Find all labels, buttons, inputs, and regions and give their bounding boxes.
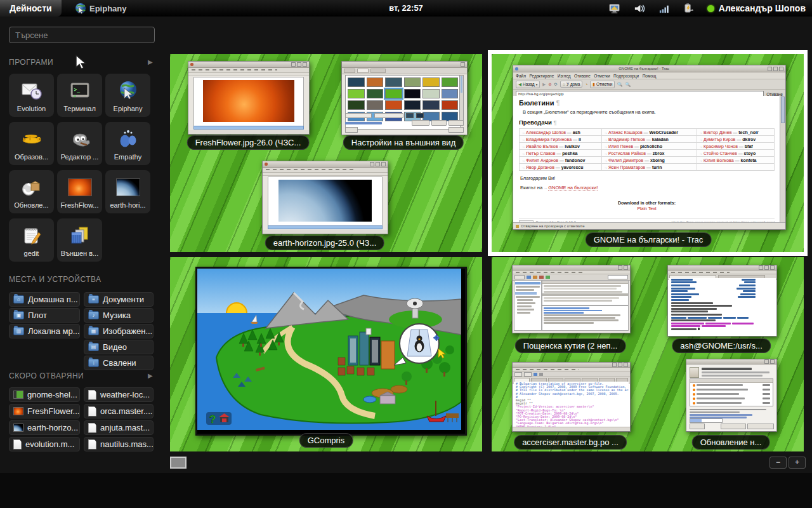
bookmarks-button[interactable]: ▮Отметки [590, 81, 615, 88]
app-tile-appearance[interactable]: Външен в... [57, 218, 102, 262]
scrollbar[interactable] [780, 96, 785, 223]
app-tile-empathy[interactable]: Empathy [105, 122, 150, 165]
translator-cell: →Филип Димитров — xboing [601, 157, 697, 164]
place-videos[interactable]: Видео [84, 340, 154, 354]
browser-menubar[interactable]: Файл Редактиране Изглед Отиване Отметки … [513, 72, 785, 79]
app-tile-freshflower[interactable]: FreshFlow... [57, 170, 102, 213]
remove-workspace-button[interactable]: − [769, 457, 787, 469]
translator-cell: →Владимир Петков — kaladan [601, 136, 697, 143]
app-label: Обновле... [9, 201, 54, 209]
translator-cell: →Виктор Дачев — tech_noir [697, 129, 775, 136]
trac-page-content: Бюлетини ¶ В секция „Бюлетини“ са период… [513, 96, 780, 223]
window-evolution[interactable] [512, 265, 631, 333]
app-label: Външен в... [57, 250, 102, 257]
gcompris-scene: ? [197, 269, 461, 430]
po-line: # Alexander Shopov <ash@contact.bg>, 200… [516, 392, 627, 396]
recent-item[interactable]: anjuta.mast... [84, 420, 154, 435]
workspace-2-active-frame: GNOME на български! - Trac Файл Редактир… [488, 50, 808, 256]
wallpaper-thumbnail [404, 100, 421, 110]
workspace-indicator[interactable] [170, 457, 187, 469]
programs-expand-icon[interactable]: ▶ [148, 58, 153, 65]
programs-section-title: ПРОГРАМИ [9, 58, 53, 67]
team-link[interactable]: GNOME на български! [548, 185, 598, 191]
app-menu[interactable]: Epiphany [75, 0, 127, 17]
translator-cell: →Стойчо Станчев — stoyo [697, 150, 775, 157]
window-titlebar [263, 161, 388, 168]
place-network[interactable]: Локална мр... [9, 324, 80, 338]
place-home[interactable]: Домашна п... [9, 292, 80, 307]
workspace-3[interactable]: ? GCompris [170, 257, 482, 451]
network-icon[interactable] [658, 3, 670, 15]
document-icon [88, 390, 96, 400]
place-music[interactable]: Музика [84, 308, 154, 323]
place-downloads[interactable]: Свалени [84, 356, 154, 370]
recent-item[interactable]: nautilus.mas... [84, 437, 154, 451]
app-tile-gimp[interactable]: Редактор ... [57, 122, 102, 165]
window-gedit-po[interactable]: # Bulgarian translation of accerciser po… [512, 362, 631, 432]
display-icon[interactable] [608, 3, 620, 15]
window-label: GNOME на български! - Trac [586, 232, 712, 247]
activities-button[interactable]: Дейности [0, 0, 62, 17]
app-tile-earth-horizon[interactable]: earth-hori... [105, 170, 150, 213]
window-menubar [263, 168, 388, 173]
scrollbar[interactable] [459, 75, 464, 126]
terminal-output [669, 278, 776, 335]
gedit-text-area[interactable]: # Bulgarian translation of accerciser po… [514, 382, 629, 427]
window-gimp-earth-horizon[interactable] [262, 161, 388, 234]
window-titlebar [342, 62, 467, 68]
app-tile-software-update[interactable]: Обновле... [9, 170, 54, 213]
clock[interactable]: вт, 22:57 [389, 0, 423, 17]
translator-cell: →Илия Пенев — picholicho [601, 143, 697, 150]
place-desktop[interactable]: Плот [9, 308, 80, 323]
recent-expand-icon[interactable]: ▶ [148, 372, 153, 379]
user-menu[interactable]: Александър Шопов [707, 3, 806, 13]
place-documents[interactable]: Документи [84, 292, 154, 307]
translator-cell [697, 164, 775, 171]
window-appearance-preferences[interactable] [341, 61, 468, 135]
window-titlebar [188, 62, 309, 68]
app-tile-terminal[interactable]: >_ Терминал [57, 74, 102, 117]
workspace-4[interactable]: # Bulgarian translation of accerciser po… [492, 257, 804, 451]
window-label: Пощенска кутия (2 неп... [515, 338, 626, 353]
workspace-2[interactable]: GNOME на български! - Trac Файл Редактир… [492, 54, 804, 252]
wallpaper-thumbnail [422, 77, 440, 87]
add-workspace-button[interactable]: + [789, 457, 806, 469]
window-gcompris[interactable]: ? [195, 267, 467, 436]
plain-text-link[interactable]: Plain Text [519, 206, 775, 211]
volume-icon[interactable] [633, 3, 645, 15]
battery-icon[interactable] [683, 3, 695, 15]
app-label: Редактор ... [57, 153, 102, 161]
app-tile-evolution[interactable]: Evolution [9, 74, 54, 117]
browser-statusbar: Отваряне на прозореца с отметките [513, 222, 785, 229]
translator-cell: →Филип Андонов — fandonov [520, 157, 602, 164]
search-input[interactable] [9, 27, 155, 43]
bottom-band [0, 473, 812, 508]
place-pictures[interactable]: Изображен... [84, 324, 154, 338]
back-button[interactable]: ◀Назад▾ [516, 81, 540, 88]
wallpaper-thumbnail [385, 77, 402, 87]
home-folder-icon [13, 295, 24, 304]
window-epiphany-trac[interactable]: GNOME на български! - Trac Файл Редактир… [513, 65, 786, 230]
window-update-manager[interactable] [686, 359, 777, 432]
pictures-folder-icon [88, 327, 99, 335]
recent-item[interactable]: evolution.m... [9, 437, 80, 451]
earth-thumbnail [105, 170, 150, 201]
downloads-folder-icon [88, 359, 99, 367]
wallpaper-thumbnail [404, 89, 421, 98]
app-tile-gcompris[interactable]: Образов... [9, 122, 54, 165]
window-gimp-freshflower[interactable] [188, 61, 310, 135]
translator-cell: →Атанас Кошаров — WebCrusader [601, 129, 697, 136]
recent-item[interactable]: earth-horizo... [9, 420, 80, 435]
recent-item[interactable]: FreshFlower... [9, 404, 80, 418]
app-tile-epiphany[interactable]: Epiphany [105, 74, 150, 117]
wallpaper-thumbnail [385, 89, 402, 98]
recent-item[interactable]: weather-loc... [84, 387, 154, 402]
app-tile-gedit[interactable]: gedit [9, 218, 54, 262]
window-terminal[interactable] [667, 265, 777, 337]
workspace-1[interactable]: FreshFlower.jpg-26.0 (ЧЗС... Настройки н… [170, 54, 482, 252]
home-button[interactable]: ⌂У дома [560, 81, 582, 88]
empathy-icon [105, 122, 150, 153]
recent-item[interactable]: orca.master.... [84, 404, 154, 418]
recent-item[interactable]: gnome-shel... [9, 387, 80, 402]
window-label: accerciser.master.bg.po ... [514, 435, 627, 450]
